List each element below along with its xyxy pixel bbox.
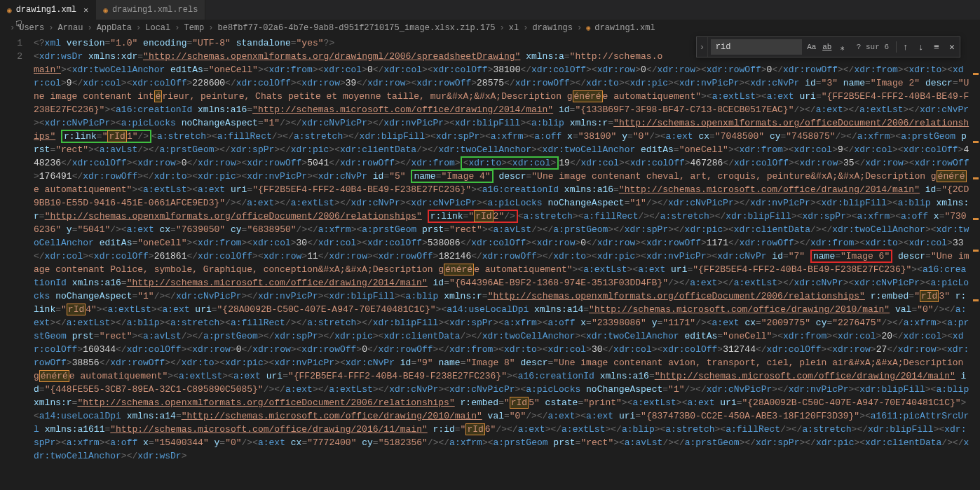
breadcrumb-item[interactable]: Local xyxy=(145,23,170,33)
chevron-right-icon: › xyxy=(136,23,141,33)
chevron-right-icon: › xyxy=(577,23,582,33)
scroll-marker xyxy=(973,73,979,75)
editor[interactable]: 1 2 <?xml version="1.0" encoding="UTF-8"… xyxy=(0,36,980,490)
chevron-right-icon: › xyxy=(523,23,528,33)
scroll-marker xyxy=(973,141,979,143)
chevron-right-icon: › xyxy=(87,23,92,33)
gutter: 1 2 xyxy=(0,36,34,490)
breadcrumb-item[interactable]: Temp xyxy=(184,23,204,33)
breadcrumb-item[interactable]: Arnau xyxy=(57,23,83,33)
match-whole-word-button[interactable]: ab xyxy=(820,40,834,54)
filter-icon[interactable]: ≡ xyxy=(929,39,944,55)
line-number: 1 xyxy=(0,36,22,50)
match-case-button[interactable]: Aa xyxy=(805,40,819,54)
close-icon[interactable]: ✕ xyxy=(944,39,960,55)
arrow-up-icon[interactable]: ↑ xyxy=(898,39,913,55)
scroll-marker xyxy=(973,250,979,252)
chevron-right-icon: › xyxy=(10,23,15,33)
tab-bar: ◉ drawing1.xml ✕ ◉ drawing1.xml.rels xyxy=(0,0,980,20)
chevron-right-icon: › xyxy=(500,23,505,33)
breadcrumb[interactable]: › Users › Arnau › AppData › Local › Temp… xyxy=(0,20,980,36)
tab-label: drawing1.xml xyxy=(16,5,76,15)
breadcrumb-item[interactable]: drawings xyxy=(532,23,573,33)
tab-drawing1-xml-rels[interactable]: ◉ drawing1.xml.rels xyxy=(96,0,205,20)
close-icon[interactable]: ✕ xyxy=(81,5,88,15)
scroll-marker xyxy=(973,218,979,220)
find-count: ? sur 6 xyxy=(851,43,894,51)
breadcrumb-item[interactable]: Users xyxy=(19,23,44,33)
file-xml-icon: ◉ xyxy=(586,24,590,32)
tab-drawing1-xml[interactable]: ◉ drawing1.xml ✕ xyxy=(0,0,96,20)
breadcrumb-item[interactable]: xl xyxy=(509,23,519,33)
breadcrumb-item[interactable]: AppData xyxy=(97,23,132,33)
chevron-right-icon[interactable]: › xyxy=(697,37,708,57)
code-content[interactable]: <?xml version="1.0" encoding="UTF-8" sta… xyxy=(34,36,980,490)
regex-button[interactable]: ⁎ xyxy=(836,40,850,54)
chevron-right-icon: › xyxy=(175,23,179,33)
breadcrumb-item[interactable]: drawing1.xml xyxy=(594,23,655,33)
line-number: 2 xyxy=(0,50,22,63)
chevron-right-icon: › xyxy=(48,23,53,33)
file-xml-icon: ◉ xyxy=(103,6,108,15)
tab-label: drawing1.xml.rels xyxy=(112,5,198,15)
divider xyxy=(896,41,897,53)
arrow-down-icon[interactable]: ↓ xyxy=(913,39,929,55)
scroll-marker xyxy=(973,299,979,301)
pointer-cursor-icon: ☟ xyxy=(15,18,22,32)
find-widget: › Aa ab ⁎ ? sur 6 ↑ ↓ ≡ ✕ xyxy=(696,36,960,57)
chevron-right-icon: › xyxy=(208,23,213,33)
file-xml-icon: ◉ xyxy=(7,6,12,15)
find-input[interactable] xyxy=(711,39,802,55)
scrollbar[interactable] xyxy=(972,36,980,490)
scroll-marker xyxy=(973,177,979,179)
breadcrumb-item[interactable]: be8fbf77-02a6-4b7e-9ab8-d951f2710175_ima… xyxy=(218,23,496,33)
